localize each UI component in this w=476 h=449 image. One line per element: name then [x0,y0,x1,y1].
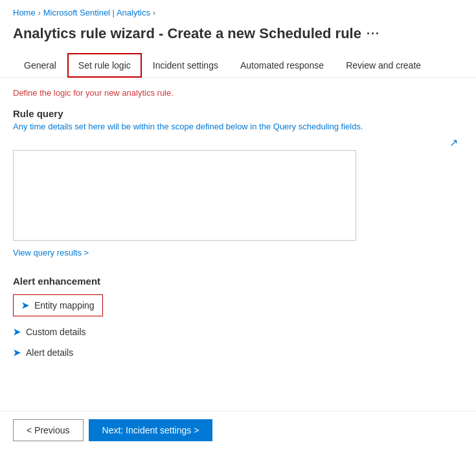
next-button[interactable]: Next: Incident settings > [89,419,213,441]
main-content: Define the logic for your new analytics … [0,78,476,373]
tab-automated-response[interactable]: Automated response [229,53,335,78]
tab-set-rule-logic[interactable]: Set rule logic [67,53,142,78]
breadcrumb-sep1: › [38,8,41,17]
tab-bar: General Set rule logic Incident settings… [0,52,476,78]
alert-details-item[interactable]: ➤ Alert details [13,342,463,363]
custom-details-item[interactable]: ➤ Custom details [13,322,463,342]
tab-review-and-create[interactable]: Review and create [335,53,432,78]
breadcrumb: Home › Microsoft Sentinel | Analytics › [0,0,476,23]
expand-icon-area: ↗ [13,137,463,149]
entity-mapping-label: Entity mapping [34,300,95,311]
previous-button[interactable]: < Previous [13,419,84,441]
page-title-text: Analytics rule wizard - Create a new Sch… [13,25,361,42]
view-query-results-link[interactable]: View query results > [13,248,89,257]
breadcrumb-sep2: › [153,8,155,17]
more-options-button[interactable]: ··· [367,27,380,41]
query-textarea[interactable] [14,151,356,240]
entity-mapping-chevron: ➤ [21,300,29,311]
breadcrumb-sentinel[interactable]: Microsoft Sentinel | Analytics [43,8,150,17]
alert-details-label: Alert details [26,347,73,358]
rule-query-title: Rule query [13,108,463,119]
tab-general[interactable]: General [13,53,67,78]
define-logic-info: Define the logic for your new analytics … [13,88,463,98]
rule-query-subtitle: Any time details set here will be within… [13,122,463,131]
rule-query-input[interactable] [13,150,356,241]
custom-details-label: Custom details [26,327,86,337]
expand-icon[interactable]: ↗ [449,137,458,149]
alert-enhancement-title: Alert enhancement [13,276,463,287]
custom-details-chevron: ➤ [13,327,21,337]
alert-details-chevron: ➤ [13,347,21,358]
tab-incident-settings[interactable]: Incident settings [142,53,229,78]
footer: < Previous Next: Incident settings > [0,411,476,449]
entity-mapping-item[interactable]: ➤ Entity mapping [13,294,103,316]
breadcrumb-home[interactable]: Home [13,8,36,17]
page-title: Analytics rule wizard - Create a new Sch… [0,23,476,52]
